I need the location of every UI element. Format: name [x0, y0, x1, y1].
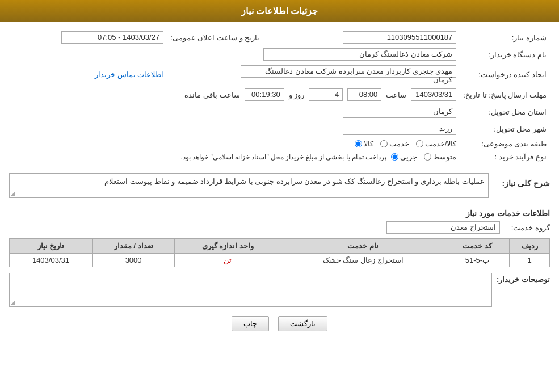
- print-button[interactable]: چاپ: [232, 316, 269, 331]
- ettelaat-link[interactable]: اطلاعات تماس خریدار: [95, 70, 163, 79]
- grohe-khadamat-input: استخراج معدن: [386, 221, 500, 234]
- resize-icon: ◢: [11, 190, 15, 196]
- col-radif: ردیف: [510, 239, 550, 254]
- tarikh-elan-value: 1403/03/27 - 07:05: [9, 29, 167, 46]
- main-info-table: شماره نیاز: 1103095511000187 تاریخ و ساع…: [9, 29, 550, 163]
- saat-input: 08:00: [347, 88, 381, 101]
- tousif-label: توصیحات خریدار:: [497, 273, 550, 284]
- shomare-niaz-value: 1103095511000187: [285, 29, 460, 46]
- ostan-input: کرمان: [343, 106, 456, 118]
- cell-date: 1403/03/31: [10, 254, 93, 267]
- header-row: ردیف کد خدمت نام خدمت واحد اندازه گیری ت…: [10, 239, 550, 254]
- buyer-notes-box: ◢: [9, 273, 492, 307]
- name-dastgah-value: شرکت معادن ذغالسنگ کرمان: [9, 46, 460, 63]
- services-section: اطلاعات خدمات مورد نیاز گروه خدمت: استخر…: [9, 209, 550, 267]
- idad-konandeh-label: ایجاد کننده درخواست:: [460, 63, 550, 86]
- mande-input: 00:19:30: [245, 88, 284, 101]
- cell-code: ب-5-51: [445, 254, 509, 267]
- shomare-niaz-row: شماره نیاز: 1103095511000187 تاریخ و ساع…: [9, 29, 550, 46]
- cell-name: استخراج زغال سنگ خشک: [281, 254, 445, 267]
- radio-khadamat[interactable]: خدمت: [380, 140, 409, 148]
- shomare-niaz-input: 1103095511000187: [343, 31, 456, 44]
- col-name: نام خدمت: [281, 239, 445, 254]
- shahr-input: زرند: [343, 123, 456, 135]
- mohlet-row: مهلت ارسال پاسخ: تا تاریخ: 1403/03/31 سا…: [9, 86, 550, 103]
- idad-konandeh-input: مهدی جنجری کاربردار معدن سرابرده شرکت مع…: [241, 65, 456, 78]
- tabaqe-label: طبقه بندی موضوعی:: [460, 137, 550, 150]
- mohlet-label: مهلت ارسال پاسخ: تا تاریخ:: [460, 86, 550, 103]
- col-qty: تعداد / مقدار: [92, 239, 174, 254]
- tarikh-elan-input: 1403/03/27 - 07:05: [61, 31, 163, 44]
- col-date: تاریخ نیاز: [10, 239, 93, 254]
- tabaqe-row: طبقه بندی موضوعی: کالا/خدمت خدمت: [9, 137, 550, 150]
- services-section-title: اطلاعات خدمات مورد نیاز: [9, 209, 550, 218]
- radio-متوسط[interactable]: متوسط: [424, 153, 456, 161]
- tabaqe-radio-group: کالا/خدمت خدمت کالا: [12, 140, 456, 148]
- sharh-label: شرح کلی نیاز:: [493, 179, 550, 188]
- services-table: ردیف کد خدمت نام خدمت واحد اندازه گیری ت…: [9, 238, 550, 267]
- tarikh-input: 1403/03/31: [411, 88, 456, 101]
- payment-text: پرداخت تمام یا بخشی از مبلغ خریداز محل "…: [180, 153, 386, 161]
- page-title: جزئیات اطلاعات نیاز: [241, 6, 318, 16]
- nogh-faraind-radio-group: متوسط جزیی: [391, 153, 456, 161]
- shomare-niaz-label: شماره نیاز:: [460, 29, 550, 46]
- tarikh-elan-label: تاریخ و ساعت اعلان عمومی:: [167, 29, 263, 46]
- page-header: جزئیات اطلاعات نیاز: [0, 0, 559, 22]
- name-dastgah-input: شرکت معادن ذغالسنگ کرمان: [263, 48, 456, 61]
- radio-kala[interactable]: کالا: [355, 140, 373, 148]
- mande-label: ساعت باقی مانده: [184, 91, 239, 99]
- idad-konandeh-row: ایجاد کننده درخواست: مهدی جنجری کاربردار…: [9, 63, 550, 86]
- idad-konandeh-value: مهدی جنجری کاربردار معدن سرابرده شرکت مع…: [167, 63, 460, 86]
- divider-1: [9, 168, 550, 168]
- cell-radif: 1: [510, 254, 550, 267]
- cell-unit: تن: [175, 254, 281, 267]
- cell-qty: 3000: [92, 254, 174, 267]
- resize-icon-notes: ◢: [11, 299, 15, 305]
- sharh-value: عملیات باطله برداری و استخراج زغالسنگ کک…: [104, 177, 485, 186]
- roz-label: روز و: [289, 91, 305, 99]
- col-code: کد خدمت: [445, 239, 509, 254]
- grohe-khadamat-label: گروه خدمت:: [505, 224, 550, 232]
- shahr-row: شهر محل تحویل: زرند: [9, 120, 550, 137]
- shahr-label: شهر محل تحویل:: [460, 120, 550, 137]
- ostan-row: استان محل تحویل: کرمان: [9, 103, 550, 120]
- radio-جزیی[interactable]: جزیی: [391, 153, 417, 161]
- table-row: 1ب-5-51استخراج زغال سنگ خشکتن30001403/03…: [10, 254, 550, 267]
- nogh-faraind-row: نوع فرآیند خرید : متوسط جزیی: [9, 150, 550, 163]
- saat-label: ساعت: [386, 91, 406, 99]
- ostan-label: استان محل تحویل:: [460, 103, 550, 120]
- buttons-row: بازگشت چاپ: [9, 316, 550, 340]
- services-table-header: ردیف کد خدمت نام خدمت واحد اندازه گیری ت…: [10, 239, 550, 254]
- name-dastgah-row: نام دستگاه خریدار: شرکت معادن ذغالسنگ کر…: [9, 46, 550, 63]
- name-dastgah-label: نام دستگاه خریدار:: [460, 46, 550, 63]
- divider-2: [9, 203, 550, 203]
- back-button[interactable]: بازگشت: [278, 316, 327, 331]
- grohe-khadamat-value: استخراج معدن: [451, 223, 496, 231]
- col-unit: واحد اندازه گیری: [175, 239, 281, 254]
- radio-kala-khadamat[interactable]: کالا/خدمت: [416, 140, 457, 148]
- roz-input: 4: [309, 88, 343, 101]
- nogh-faraind-label: نوع فرآیند خرید :: [460, 150, 550, 163]
- buyer-notes-section: توصیحات خریدار: ◢: [9, 273, 550, 307]
- services-tbody: 1ب-5-51استخراج زغال سنگ خشکتن30001403/03…: [10, 254, 550, 267]
- sharh-box: عملیات باطله برداری و استخراج زغالسنگ کک…: [9, 173, 489, 198]
- grohe-khadamat-row: گروه خدمت: استخراج معدن: [9, 221, 550, 234]
